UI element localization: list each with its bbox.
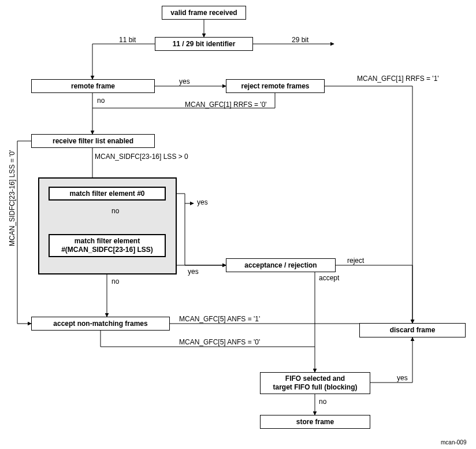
node-label: receive filter list enabled (53, 137, 133, 146)
node-identifier: 11 / 29 bit identifier (155, 37, 253, 51)
node-reject-remote-frames: reject remote frames (226, 79, 325, 93)
edge-label-29-bit: 29 bit (292, 36, 308, 44)
edge-label-no-remote: no (97, 97, 105, 105)
edge-label-yes-match0: yes (197, 198, 208, 206)
node-discard-frame: discard frame (359, 323, 466, 337)
node-acceptance-rejection: acceptance / rejection (226, 258, 336, 272)
edge-label-anfs0: MCAN_GFC[5] ANFS = '0' (179, 338, 260, 346)
node-label: remote frame (71, 82, 115, 91)
node-label: valid frame received (170, 9, 237, 17)
node-match-filter-n: match filter element #(MCAN_SIDFC[23-16]… (49, 234, 166, 257)
node-label: store frame (296, 418, 334, 426)
edge-label-lss-eq0: MCAN_SIDFC[23-16] LSS = '0' (8, 150, 16, 246)
node-receive-filter-list-enabled: receive filter list enabled (31, 134, 155, 148)
node-label: 11 / 29 bit identifier (173, 40, 236, 49)
node-label: acceptance / rejection (244, 261, 317, 270)
edge-label-lss-gt0: MCAN_SIDFC[23-16] LSS > 0 (95, 153, 188, 161)
node-label: reject remote frames (241, 82, 309, 91)
node-label: match filter element #0 (69, 190, 144, 198)
edge-label-rrfs0: MCAN_GFC[1] RRFS = '0' (185, 101, 267, 109)
edge-label-yes-fifo: yes (397, 374, 408, 382)
node-accept-non-matching: accept non-matching frames (31, 317, 170, 331)
node-label: FIFO selected and target FIFO full (bloc… (273, 374, 358, 392)
node-store-frame: store frame (260, 415, 370, 429)
edge-label-reject: reject (347, 257, 364, 265)
node-remote-frame: remote frame (31, 79, 155, 93)
node-label: accept non-matching frames (53, 320, 147, 328)
edge-label-rrfs1: MCAN_GFC[1] RRFS = '1' (357, 75, 439, 83)
node-valid-frame-received: valid frame received (162, 6, 246, 20)
edge-label-no-match0: no (111, 207, 119, 215)
edge-label-11-bit: 11 bit (119, 36, 136, 44)
edge-label-no-fifo: no (319, 398, 326, 406)
node-label: match filter element #(MCAN_SIDFC[23-16]… (61, 237, 153, 254)
node-match-filter-0: match filter element #0 (49, 187, 166, 201)
node-label: discard frame (390, 326, 436, 335)
edge-label-accept: accept (319, 274, 339, 282)
edge-label-yes-matchn: yes (188, 268, 199, 276)
edge-label-anfs1: MCAN_GFC[5] ANFS = '1' (179, 315, 260, 323)
figure-id: mcan-009 (441, 439, 466, 446)
edge-label-yes-remote: yes (179, 77, 190, 86)
node-fifo-full-blocking: FIFO selected and target FIFO full (bloc… (260, 372, 370, 394)
edge-label-no-matchn: no (111, 277, 119, 285)
